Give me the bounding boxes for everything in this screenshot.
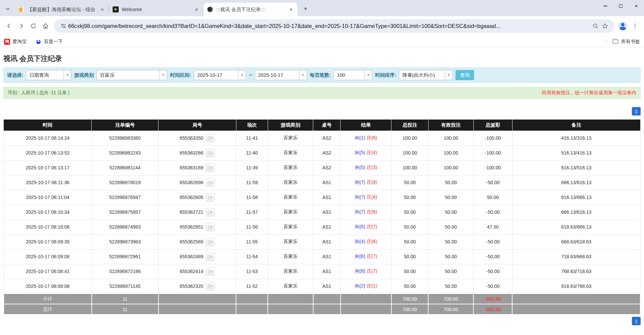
tab-forum[interactable]: 【新提醒】海燕策略论坛 - 综合 ✕ xyxy=(15,3,109,16)
bet-id-cell: 522896874983 xyxy=(92,220,158,234)
result-cell: 闲(8) 庄(7) xyxy=(341,264,391,279)
window-minimize-button[interactable] xyxy=(597,0,613,12)
video-replay-button[interactable] xyxy=(206,267,215,276)
total-bet-link[interactable]: 100.00 xyxy=(391,160,429,175)
summary-info-bar: 币别 : 人民币 | 总共 :11 注单 | 同局有效投注，统一计算在该局第一张… xyxy=(3,87,641,99)
tab-welcome[interactable]: Welcome ✕ xyxy=(109,3,203,16)
chevron-down-icon[interactable]: ▼ xyxy=(63,70,71,80)
round-cell: 655362805 xyxy=(158,190,236,205)
chevron-down-icon[interactable]: ▼ xyxy=(364,70,372,80)
game-category-select[interactable]: 百家乐 ▼ xyxy=(96,70,167,80)
payout-cell: -100.00 xyxy=(473,160,512,175)
banker-result: 庄(4) xyxy=(367,150,377,155)
total-bet-link[interactable]: 50.00 xyxy=(391,175,429,190)
total-bet-link[interactable]: 100.00 xyxy=(391,131,429,145)
tab-close-icon[interactable]: ✕ xyxy=(288,6,294,12)
video-replay-button[interactable] xyxy=(206,164,215,172)
forward-button[interactable] xyxy=(16,20,27,32)
total-bet-link[interactable]: 50.00 xyxy=(391,279,429,294)
date-start-select[interactable]: 2025-10-17 ▼ xyxy=(194,70,246,80)
url-text[interactable]: 66cxkj98.com/game/betrecord_search/kind3… xyxy=(68,23,591,29)
video-replay-button[interactable] xyxy=(206,134,215,142)
bookmark-aitaobao[interactable]: 淘 爱淘宝 xyxy=(4,39,27,45)
date-range-label: 时间区间: xyxy=(170,72,191,78)
column-header: 游戏类别 xyxy=(268,120,313,131)
column-header: 有效投注 xyxy=(428,120,473,131)
player-result: 闲(2) xyxy=(355,283,365,289)
window-close-button[interactable]: ✕ xyxy=(628,0,644,12)
page-1-button[interactable]: 1 xyxy=(632,107,641,115)
per-page-label: 每页笔数: xyxy=(310,72,331,78)
bet-id-cell: 522896881144 xyxy=(92,160,158,175)
reload-button[interactable] xyxy=(28,20,39,32)
chevron-down-icon[interactable]: ▼ xyxy=(159,70,167,80)
total-bet-link[interactable]: 50.00 xyxy=(391,220,429,234)
subtotal-total-bet: 700.00 xyxy=(391,294,429,304)
sort-select[interactable]: 降幂(由大到小) ▼ xyxy=(399,70,453,80)
chevron-down-icon[interactable]: ▼ xyxy=(445,70,452,80)
video-replay-button[interactable] xyxy=(206,193,215,202)
valid-bet-cell: 50.00 xyxy=(428,234,473,249)
round-cell: 655362489 xyxy=(158,249,236,264)
video-replay-button[interactable] xyxy=(206,253,215,261)
total-bet-link[interactable]: 50.00 xyxy=(391,234,429,249)
column-header: 场次 xyxy=(236,120,268,131)
round-number: 655362721 xyxy=(180,209,203,215)
chevron-down-icon[interactable]: ▼ xyxy=(299,70,307,80)
banker-result: 庄(4) xyxy=(367,194,377,200)
video-replay-button[interactable] xyxy=(206,238,215,246)
profile-avatar[interactable] xyxy=(617,20,628,32)
tab-title: 【新提醒】海燕策略论坛 - 综合 xyxy=(27,6,99,13)
tab-bet-records[interactable]: :::视讯 会员下注纪录::: ✕ xyxy=(204,3,297,16)
table-row: 2025-10-17 06:08:41 522896872186 6553624… xyxy=(4,264,640,279)
bet-id-cell: 522896878019 xyxy=(92,175,158,190)
all-bookmarks-label[interactable]: 所有书签 xyxy=(621,39,640,45)
site-settings-icon[interactable] xyxy=(59,21,68,31)
game-category-cell: 百家乐 xyxy=(268,249,313,264)
total-bet-link[interactable]: 100.00 xyxy=(391,145,429,160)
address-bar[interactable]: 66cxkj98.com/game/betrecord_search/kind3… xyxy=(54,19,614,33)
total-bet-link[interactable]: 50.00 xyxy=(391,249,429,264)
table-row: 2025-10-17 06:08:08 522896871145 6553623… xyxy=(4,279,640,294)
game-category-cell: 百家乐 xyxy=(268,264,313,279)
per-page-select[interactable]: 100 ▼ xyxy=(333,70,372,80)
tab-close-icon[interactable]: ✕ xyxy=(194,6,200,12)
query-mode-select[interactable]: 日期查询 ▼ xyxy=(26,70,71,80)
window-maximize-button[interactable] xyxy=(613,0,628,12)
back-button[interactable] xyxy=(3,20,15,32)
session-cell: 11-54 xyxy=(236,249,268,264)
game-category-cell: 百家乐 xyxy=(268,205,313,220)
browser-menu-button[interactable] xyxy=(629,20,641,32)
table-number-cell: AS2 xyxy=(313,145,341,160)
date-end-select[interactable]: 2025-10-17 ▼ xyxy=(255,70,307,80)
tab-close-icon[interactable]: ✕ xyxy=(99,6,105,12)
total-bet-link[interactable]: 50.00 xyxy=(391,264,429,279)
banker-result: 庄(3) xyxy=(367,165,377,170)
video-replay-button[interactable] xyxy=(206,178,215,187)
video-replay-button[interactable] xyxy=(206,282,215,290)
player-result: 闲(7) xyxy=(355,194,365,200)
query-button[interactable]: 查询 xyxy=(456,70,474,80)
tilde-separator: ~ xyxy=(249,72,252,78)
video-replay-button[interactable] xyxy=(206,149,215,157)
chevron-down-icon[interactable]: ▼ xyxy=(238,70,246,80)
table-number-cell: AS1 xyxy=(313,279,341,294)
video-replay-button[interactable] xyxy=(206,208,215,216)
page-1-button[interactable]: 1 xyxy=(632,317,641,325)
total-bet-link[interactable]: 50.00 xyxy=(391,190,429,205)
select-mode-label: 请选择: xyxy=(7,72,23,78)
bookmark-baidu[interactable]: 百度一下 xyxy=(35,39,63,45)
home-button[interactable] xyxy=(40,20,51,32)
pagination-top: 1 xyxy=(3,107,641,115)
round-number: 655362489 xyxy=(180,254,203,259)
remark-cell: 416.13/316.13 xyxy=(512,131,640,145)
bookmark-star-icon[interactable] xyxy=(600,21,610,31)
total-bet-link[interactable]: 50.00 xyxy=(391,205,429,220)
site-favicon-icon xyxy=(207,6,213,12)
video-replay-button[interactable] xyxy=(206,223,215,231)
new-tab-button[interactable]: + xyxy=(301,4,310,13)
tab-search-button[interactable] xyxy=(3,4,13,14)
bet-time-cell: 2025-10-17 06:08:08 xyxy=(4,279,92,294)
round-number: 655363266 xyxy=(180,150,203,156)
zoom-icon[interactable] xyxy=(591,21,600,31)
